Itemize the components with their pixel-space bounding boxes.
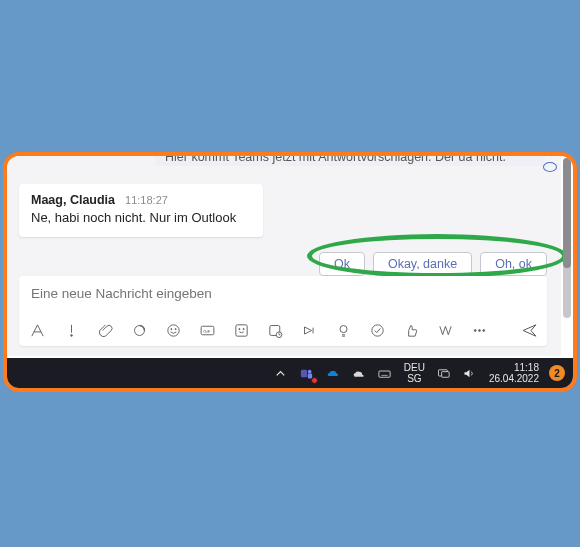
taskbar: DEU SG 11:18 26.04.2022 2 (7, 358, 573, 388)
more-icon[interactable] (469, 320, 489, 340)
tray-weather-icon[interactable] (350, 364, 368, 382)
tray-teams-icon[interactable] (298, 364, 316, 382)
app-window: Hier kommt Teams jetzt mit Antwortvorsch… (3, 152, 577, 392)
praise-icon[interactable] (401, 320, 421, 340)
tray-volume-icon[interactable] (461, 364, 479, 382)
previous-message-text: Hier kommt Teams jetzt mit Antwortvorsch… (165, 152, 506, 164)
previous-message-bubble: Hier kommt Teams jetzt mit Antwortvorsch… (155, 152, 545, 166)
format-icon[interactable] (27, 320, 47, 340)
gif-icon[interactable]: GIF (197, 320, 217, 340)
seen-icon (543, 162, 557, 172)
message-author: Maag, Claudia (31, 193, 115, 207)
attach-icon[interactable] (95, 320, 115, 340)
send-button[interactable] (519, 320, 539, 340)
bulb-icon[interactable] (333, 320, 353, 340)
svg-point-9 (238, 328, 239, 329)
svg-point-15 (474, 329, 476, 331)
lang-bottom: SG (404, 373, 425, 384)
svg-point-14 (371, 324, 382, 335)
svg-rect-24 (442, 371, 450, 377)
compose-toolbar: GIF (27, 320, 539, 340)
wiki-icon[interactable] (435, 320, 455, 340)
chat-area: Hier kommt Teams jetzt mit Antwortvorsch… (7, 156, 561, 356)
notification-badge[interactable]: 2 (549, 365, 565, 381)
svg-point-10 (243, 328, 244, 329)
svg-point-4 (170, 328, 171, 329)
tray-keyboard-icon[interactable] (376, 364, 394, 382)
svg-point-3 (167, 324, 178, 335)
svg-point-5 (175, 328, 176, 329)
clock-time: 11:18 (489, 362, 539, 373)
language-indicator[interactable]: DEU SG (402, 362, 427, 384)
message-body: Ne, habi noch nicht. Nur im Outlook (31, 209, 251, 227)
loop-icon[interactable] (129, 320, 149, 340)
tray-onedrive-icon[interactable] (324, 364, 342, 382)
scrollbar-thumb[interactable] (563, 158, 571, 268)
svg-point-16 (478, 329, 480, 331)
svg-rect-18 (301, 369, 307, 377)
svg-text:GIF: GIF (203, 328, 210, 333)
svg-point-19 (308, 369, 312, 373)
schedule-icon[interactable] (265, 320, 285, 340)
scrollbar[interactable] (563, 158, 571, 318)
suggestion-oh-ok[interactable]: Oh, ok (480, 252, 547, 276)
reply-suggestions: Ok Okay, danke Oh, ok (319, 252, 547, 276)
compose-box: GIF (19, 276, 547, 346)
message-input[interactable] (29, 276, 537, 307)
clock[interactable]: 11:18 26.04.2022 (487, 362, 541, 384)
emoji-icon[interactable] (163, 320, 183, 340)
tray-teams-badge (311, 377, 318, 384)
suggestion-ok[interactable]: Ok (319, 252, 365, 276)
message-time: 11:18:27 (125, 194, 168, 206)
chat-message[interactable]: Maag, Claudia 11:18:27 Ne, habi noch nic… (19, 184, 263, 237)
clock-date: 26.04.2022 (489, 373, 539, 384)
tray-display-icon[interactable] (435, 364, 453, 382)
svg-rect-8 (235, 324, 246, 335)
stream-icon[interactable] (299, 320, 319, 340)
suggestion-okay-danke[interactable]: Okay, danke (373, 252, 472, 276)
svg-rect-21 (379, 371, 390, 377)
svg-point-13 (339, 325, 346, 332)
svg-point-17 (482, 329, 484, 331)
lang-top: DEU (404, 362, 425, 373)
priority-icon[interactable] (61, 320, 81, 340)
svg-point-1 (70, 334, 72, 336)
approve-icon[interactable] (367, 320, 387, 340)
sticker-icon[interactable] (231, 320, 251, 340)
tray-chevron-icon[interactable] (272, 364, 290, 382)
